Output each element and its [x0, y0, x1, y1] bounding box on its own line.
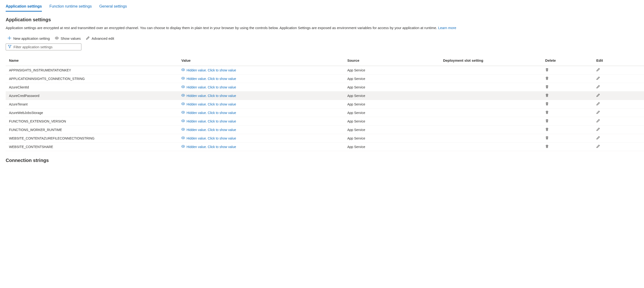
- hidden-value-text: Hidden value. Click to show value: [186, 119, 236, 123]
- edit-button[interactable]: [596, 85, 600, 89]
- setting-source: App Service: [344, 134, 440, 143]
- delete-button[interactable]: [545, 68, 549, 72]
- col-header-source[interactable]: Source: [344, 55, 440, 66]
- eye-icon: [181, 85, 185, 89]
- eye-icon: [181, 119, 185, 123]
- setting-slot: [440, 66, 542, 74]
- eye-icon: [55, 36, 59, 41]
- eye-icon: [181, 110, 185, 115]
- delete-button[interactable]: [545, 136, 549, 140]
- eye-icon: [181, 102, 185, 106]
- table-row[interactable]: AzureTenantHidden value. Click to show v…: [6, 100, 644, 109]
- section-description: Application settings are encrypted at re…: [0, 24, 644, 32]
- setting-slot: [440, 109, 542, 117]
- pencil-icon: [596, 102, 600, 106]
- setting-value-cell: Hidden value. Click to show value: [178, 83, 344, 91]
- table-row[interactable]: APPINSIGHTS_INSTRUMENTATIONKEYHidden val…: [6, 66, 644, 74]
- table-row[interactable]: AzureCredPasswordHidden value. Click to …: [6, 91, 644, 100]
- pencil-icon: [596, 119, 600, 123]
- setting-name: AzureCredPassword: [6, 91, 178, 100]
- setting-name: AzureClientId: [6, 83, 178, 91]
- show-value-link[interactable]: Hidden value. Click to show value: [181, 102, 236, 106]
- table-row[interactable]: APPLICATIONINSIGHTS_CONNECTION_STRINGHid…: [6, 74, 644, 83]
- table-row[interactable]: AzureClientIdHidden value. Click to show…: [6, 83, 644, 91]
- setting-value-cell: Hidden value. Click to show value: [178, 134, 344, 143]
- setting-source: App Service: [344, 109, 440, 117]
- edit-button[interactable]: [596, 136, 600, 140]
- setting-value-cell: Hidden value. Click to show value: [178, 91, 344, 100]
- trash-icon: [545, 85, 549, 89]
- advanced-edit-button[interactable]: Advanced edit: [86, 36, 114, 41]
- edit-button[interactable]: [596, 119, 600, 123]
- filter-input[interactable]: [14, 45, 79, 49]
- trash-icon: [545, 127, 549, 132]
- table-row[interactable]: FUNCTIONS_EXTENSION_VERSIONHidden value.…: [6, 117, 644, 126]
- show-value-link[interactable]: Hidden value. Click to show value: [181, 119, 236, 123]
- edit-button[interactable]: [596, 144, 600, 149]
- edit-button[interactable]: [596, 93, 600, 98]
- funnel-icon: [8, 45, 12, 49]
- setting-source: App Service: [344, 117, 440, 126]
- delete-button[interactable]: [545, 144, 549, 149]
- delete-button[interactable]: [545, 102, 549, 106]
- edit-button[interactable]: [596, 110, 600, 115]
- tab-general-settings[interactable]: General settings: [99, 4, 127, 11]
- show-value-link[interactable]: Hidden value. Click to show value: [181, 76, 236, 81]
- setting-name: APPINSIGHTS_INSTRUMENTATIONKEY: [6, 66, 178, 74]
- filter-application-settings[interactable]: [6, 43, 82, 50]
- show-value-link[interactable]: Hidden value. Click to show value: [181, 144, 236, 149]
- delete-button[interactable]: [545, 110, 549, 115]
- edit-button[interactable]: [596, 102, 600, 106]
- setting-slot: [440, 74, 542, 83]
- table-row[interactable]: WEBSITE_CONTENTSHAREHidden value. Click …: [6, 143, 644, 151]
- setting-name: AzureTenant: [6, 100, 178, 109]
- hidden-value-text: Hidden value. Click to show value: [186, 94, 236, 98]
- pencil-icon: [596, 93, 600, 98]
- edit-button[interactable]: [596, 68, 600, 72]
- pencil-icon: [86, 36, 90, 41]
- settings-tabs: Application settings Function runtime se…: [0, 0, 644, 12]
- setting-slot: [440, 91, 542, 100]
- setting-slot: [440, 117, 542, 126]
- learn-more-link[interactable]: Learn more: [438, 26, 456, 30]
- setting-value-cell: Hidden value. Click to show value: [178, 66, 344, 74]
- tab-application-settings[interactable]: Application settings: [6, 4, 42, 11]
- trash-icon: [545, 110, 549, 115]
- table-row[interactable]: AzureWebJobsStorageHidden value. Click t…: [6, 109, 644, 117]
- show-value-link[interactable]: Hidden value. Click to show value: [181, 110, 236, 115]
- trash-icon: [545, 136, 549, 140]
- show-value-link[interactable]: Hidden value. Click to show value: [181, 93, 236, 98]
- new-application-setting-button[interactable]: New application setting: [8, 36, 50, 41]
- delete-button[interactable]: [545, 127, 549, 132]
- show-value-link[interactable]: Hidden value. Click to show value: [181, 136, 236, 140]
- show-values-button[interactable]: Show values: [55, 36, 81, 41]
- table-row[interactable]: FUNCTIONS_WORKER_RUNTIMEHidden value. Cl…: [6, 126, 644, 134]
- edit-button[interactable]: [596, 127, 600, 132]
- setting-source: App Service: [344, 74, 440, 83]
- show-value-link[interactable]: Hidden value. Click to show value: [181, 85, 236, 89]
- setting-name: WEBSITE_CONTENTAZUREFILECONNECTIONSTRING: [6, 134, 178, 143]
- trash-icon: [545, 76, 549, 81]
- edit-button[interactable]: [596, 76, 600, 81]
- pencil-icon: [596, 144, 600, 149]
- setting-name: FUNCTIONS_EXTENSION_VERSION: [6, 117, 178, 126]
- delete-button[interactable]: [545, 119, 549, 123]
- application-settings-table: Name Value Source Deployment slot settin…: [6, 55, 644, 151]
- trash-icon: [545, 144, 549, 149]
- hidden-value-text: Hidden value. Click to show value: [186, 136, 236, 140]
- setting-slot: [440, 100, 542, 109]
- col-header-name[interactable]: Name: [6, 55, 178, 66]
- delete-button[interactable]: [545, 85, 549, 89]
- col-header-slot[interactable]: Deployment slot setting: [440, 55, 542, 66]
- delete-button[interactable]: [545, 76, 549, 81]
- setting-source: App Service: [344, 143, 440, 151]
- col-header-value[interactable]: Value: [178, 55, 344, 66]
- delete-button[interactable]: [545, 93, 549, 98]
- tab-function-runtime-settings[interactable]: Function runtime settings: [50, 4, 92, 11]
- table-row[interactable]: WEBSITE_CONTENTAZUREFILECONNECTIONSTRING…: [6, 134, 644, 143]
- show-value-link[interactable]: Hidden value. Click to show value: [181, 68, 236, 72]
- show-value-link[interactable]: Hidden value. Click to show value: [181, 127, 236, 132]
- hidden-value-text: Hidden value. Click to show value: [186, 85, 236, 89]
- setting-value-cell: Hidden value. Click to show value: [178, 143, 344, 151]
- setting-value-cell: Hidden value. Click to show value: [178, 126, 344, 134]
